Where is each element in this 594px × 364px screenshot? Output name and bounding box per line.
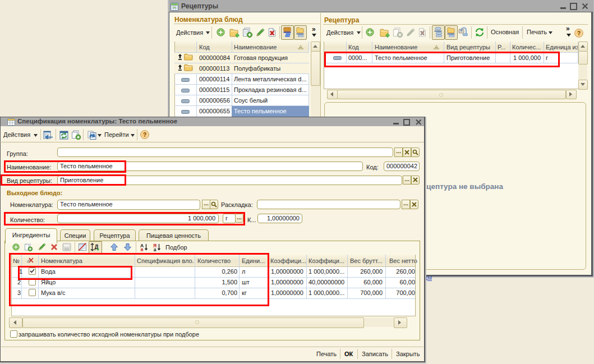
svg-text:?: ? xyxy=(143,132,146,138)
svg-text:я: я xyxy=(141,247,144,251)
svg-text:а: а xyxy=(154,247,156,251)
